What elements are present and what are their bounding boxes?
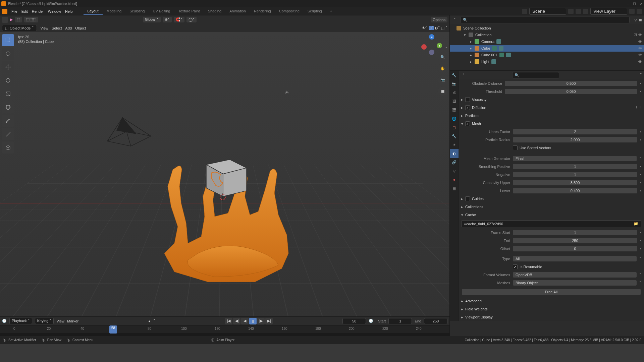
options-dropdown[interactable]: Options bbox=[431, 17, 447, 22]
tool-cursor[interactable] bbox=[2, 48, 14, 60]
autokey-dropdown[interactable]: ˅ bbox=[153, 319, 155, 323]
menu-view[interactable]: View bbox=[40, 26, 48, 30]
shading-dropdown-icon[interactable]: ˅ bbox=[445, 26, 447, 30]
select-box-icon[interactable]: ⬚ bbox=[15, 17, 22, 22]
concavity-upper-input[interactable]: 3.500 bbox=[513, 180, 637, 185]
new-viewlayer-icon[interactable] bbox=[629, 9, 635, 14]
keyframe-next-button[interactable]: |▶ bbox=[257, 318, 265, 324]
xray-icon[interactable]: ⬚ bbox=[441, 26, 444, 30]
panel-particles[interactable]: ▸ Particles bbox=[459, 112, 644, 120]
end-frame-input[interactable]: 250 bbox=[424, 318, 447, 324]
tool-move[interactable] bbox=[2, 61, 14, 73]
gizmo-icon[interactable]: ⊞˅ bbox=[429, 26, 434, 30]
mesh-generator-dropdown[interactable]: Final bbox=[513, 156, 637, 161]
tab-layout[interactable]: Layout bbox=[84, 8, 103, 15]
expand-icon[interactable]: ▸ bbox=[469, 53, 473, 57]
zoom-icon[interactable]: 🔍 bbox=[438, 52, 447, 62]
play-reverse-button[interactable]: ◀ bbox=[241, 318, 249, 324]
tool-select-box[interactable] bbox=[2, 34, 14, 46]
pivot-icon[interactable]: ⊕˅ bbox=[163, 17, 172, 22]
modifier-icon[interactable] bbox=[499, 53, 504, 57]
maximize-button[interactable]: ☐ bbox=[633, 2, 636, 6]
outliner-item-cube[interactable]: ▸ Cube 👁 bbox=[450, 45, 644, 52]
mode-dropdown[interactable]: ⬚ Object Mode ˅ bbox=[2, 25, 37, 31]
eye-icon[interactable]: 👁 bbox=[638, 40, 642, 44]
panel-menu-icon[interactable]: ⋮⋮ bbox=[635, 106, 641, 110]
checkbox-icon[interactable]: ☑ bbox=[634, 33, 637, 37]
props-pin-icon[interactable]: ˅ bbox=[640, 73, 642, 77]
menu-window[interactable]: Window bbox=[48, 9, 61, 13]
snap-toggle-icon[interactable]: 🧲˅ bbox=[174, 17, 184, 22]
keying-dropdown[interactable]: Keying ˅ bbox=[35, 318, 54, 324]
viewport-3d[interactable]: ☀ fps: 26 (58) Collecti bbox=[0, 32, 449, 316]
keyframe-prev-button[interactable]: ◀| bbox=[233, 318, 240, 324]
tool-scale[interactable] bbox=[2, 88, 14, 100]
camera-view-icon[interactable]: 📷 bbox=[438, 75, 447, 84]
particle-radius-input[interactable]: 2.000 bbox=[513, 137, 637, 142]
tool-annotate[interactable] bbox=[2, 115, 14, 127]
tab-modeling[interactable]: Modeling bbox=[103, 8, 126, 15]
tool-add-cube[interactable] bbox=[2, 141, 14, 154]
obstacle-distance-input[interactable]: 0.500 bbox=[505, 81, 637, 86]
overlays-icon[interactable]: ◐˅ bbox=[435, 26, 440, 30]
tab-compositing[interactable]: Compositing bbox=[275, 8, 304, 15]
editor-type-icon[interactable] bbox=[2, 17, 8, 23]
expand-icon[interactable]: ▸ bbox=[461, 98, 465, 102]
tab-uv-editing[interactable]: UV Editing bbox=[149, 8, 174, 15]
viewlayer-browse-icon[interactable] bbox=[583, 9, 588, 14]
tab-world-icon[interactable]: 🌐 bbox=[450, 114, 459, 123]
close-viewlayer-icon[interactable] bbox=[637, 9, 642, 14]
cube-object[interactable] bbox=[200, 155, 250, 198]
panel-mesh[interactable]: ▾ Mesh bbox=[459, 120, 644, 128]
tab-animation[interactable]: Animation bbox=[225, 8, 250, 15]
tab-tool-icon[interactable]: 🔧 bbox=[450, 71, 459, 79]
outliner-search-input[interactable] bbox=[470, 18, 627, 22]
expand-icon[interactable]: ▸ bbox=[469, 46, 473, 51]
outliner-scene-collection[interactable]: Scene Collection bbox=[450, 25, 644, 32]
side-panel-toggle[interactable]: ‹ bbox=[444, 47, 449, 49]
current-frame-input[interactable]: 58 bbox=[342, 318, 366, 324]
tab-texture-paint[interactable]: Texture Paint bbox=[174, 8, 204, 15]
mesh-checkbox[interactable] bbox=[465, 121, 470, 126]
panel-viscosity[interactable]: ▸ Viscosity bbox=[459, 96, 644, 104]
mesh-data-icon[interactable] bbox=[499, 46, 503, 51]
menu-file[interactable]: File bbox=[11, 9, 17, 13]
timeline-ruler[interactable]: 0 20 40 58 80 100 120 140 160 180 200 22… bbox=[0, 325, 449, 333]
modifier-icon[interactable] bbox=[492, 46, 497, 51]
mesh-data-icon[interactable] bbox=[506, 53, 511, 57]
smoothing-neg-input[interactable]: 1 bbox=[513, 172, 637, 177]
viewlayer-input[interactable] bbox=[590, 8, 627, 15]
tab-render-icon[interactable]: 📷 bbox=[450, 79, 459, 88]
diffusion-checkbox[interactable] bbox=[465, 105, 470, 110]
light-object-icon[interactable]: ☀ bbox=[284, 89, 289, 96]
start-frame-input[interactable]: 1 bbox=[388, 318, 412, 324]
autokey-icon[interactable]: ● bbox=[148, 319, 151, 323]
speed-vectors-checkbox[interactable] bbox=[513, 145, 518, 150]
eye-icon[interactable]: 👁 bbox=[638, 53, 642, 57]
tab-rendering[interactable]: Rendering bbox=[250, 8, 275, 15]
outliner-item-light[interactable]: ▸ Light 👁 bbox=[450, 58, 644, 65]
tab-add[interactable]: + bbox=[326, 8, 336, 15]
tab-object-icon[interactable]: ▢ bbox=[450, 123, 459, 132]
menu-add[interactable]: Add bbox=[65, 26, 72, 30]
props-dropdown-icon[interactable]: ˅ bbox=[463, 73, 465, 77]
preview-range-icon[interactable]: 🕓 bbox=[369, 319, 373, 323]
timeline-scrollbar[interactable] bbox=[0, 333, 449, 336]
format-volumes-dropdown[interactable]: OpenVDB bbox=[513, 272, 637, 278]
outliner-display-icon[interactable]: ˅ bbox=[454, 18, 456, 22]
orientation-dropdown[interactable]: Global ˅ bbox=[143, 17, 161, 22]
menu-render[interactable]: Render bbox=[32, 9, 44, 13]
tab-viewlayer-icon[interactable]: 🖼 bbox=[450, 97, 459, 106]
perspective-icon[interactable]: ▦ bbox=[438, 86, 447, 96]
scene-browse-icon[interactable] bbox=[522, 9, 527, 14]
panel-diffusion[interactable]: ▸ Diffusion ⋮⋮ bbox=[459, 104, 644, 112]
jump-start-button[interactable]: |◀ bbox=[225, 318, 232, 324]
camera-object[interactable] bbox=[104, 114, 154, 148]
tab-physics-icon[interactable]: ◐ bbox=[450, 149, 459, 158]
new-collection-icon[interactable]: ⊞ bbox=[639, 18, 642, 22]
tool-rotate[interactable] bbox=[2, 74, 14, 86]
outliner-item-camera[interactable]: ▸ Camera 👁 bbox=[450, 38, 644, 45]
panel-cache[interactable]: ▾Cache bbox=[459, 211, 644, 219]
cache-path-input[interactable]: //cache_fluid_627c2d90📁 bbox=[461, 220, 641, 227]
snap-icon[interactable]: ⬚⬚⬚ bbox=[24, 17, 38, 22]
